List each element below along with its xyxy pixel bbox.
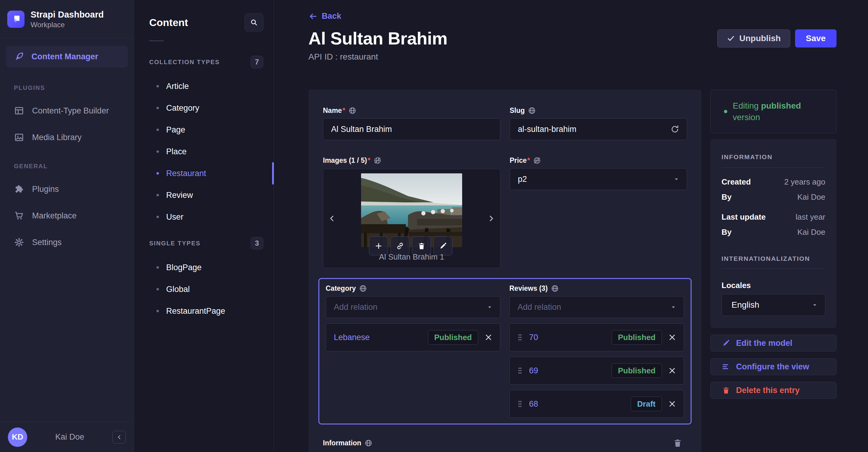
- edit-form-card: Name* Al Sultan Brahim Slug al-sultan-br…: [308, 90, 702, 452]
- single-types-count: 3: [251, 237, 263, 250]
- carousel-next-button[interactable]: [487, 214, 496, 223]
- sidebar-item-marketplace[interactable]: Marketplace: [0, 202, 134, 229]
- carousel-prev-button[interactable]: [328, 214, 337, 223]
- main-content: Back Al Sultan Brahim Unpublish Save API…: [274, 0, 868, 452]
- subnav-item-user[interactable]: User: [134, 206, 274, 228]
- configure-icon: [722, 363, 730, 370]
- strapi-logo: [7, 10, 25, 28]
- main-sidebar: Strapi Dashboard Workplace Content Manag…: [0, 0, 134, 452]
- drag-handle-icon[interactable]: [518, 333, 522, 342]
- delete-component-button[interactable]: [673, 439, 682, 448]
- close-icon: [485, 333, 492, 341]
- review-relation-item[interactable]: 69 Published: [509, 357, 684, 385]
- globe-icon: [348, 106, 356, 115]
- bullet-icon: [156, 107, 159, 109]
- reviews-relation-combobox[interactable]: Add relation: [509, 296, 684, 318]
- remove-relation-button[interactable]: [483, 333, 494, 341]
- globe-icon: [359, 284, 367, 293]
- subnav-item-global[interactable]: Global: [134, 278, 274, 300]
- created-label: Created: [721, 177, 751, 187]
- cart-icon: [14, 211, 24, 221]
- reviews-label: Reviews (3): [509, 284, 548, 293]
- image-caption: Al Sultan Brahim 1: [323, 252, 500, 262]
- gear-icon: [14, 237, 24, 248]
- information-title: INFORMATION: [721, 153, 825, 161]
- price-label: Price: [510, 156, 527, 165]
- content-subnav: Content COLLECTION TYPES 7 Article Categ…: [134, 0, 274, 452]
- regenerate-icon[interactable]: [670, 125, 679, 134]
- delete-entry-button[interactable]: Delete this entry: [710, 382, 837, 399]
- slug-input[interactable]: al-sultan-brahim: [510, 118, 687, 140]
- category-relation-item[interactable]: Lebanese Published: [326, 323, 500, 351]
- review-relation-item[interactable]: 68 Draft: [509, 390, 684, 418]
- collapse-sidebar-button[interactable]: [112, 431, 126, 444]
- unpublish-button[interactable]: Unpublish: [717, 29, 790, 47]
- globe-icon: [364, 439, 373, 447]
- avatar[interactable]: KD: [8, 427, 27, 447]
- category-label: Category: [326, 284, 356, 293]
- drag-handle-icon[interactable]: [518, 400, 522, 408]
- i18n-title: INTERNATIONALIZATION: [721, 255, 825, 262]
- chevron-left-icon: [328, 214, 337, 223]
- subnav-item-place[interactable]: Place: [134, 141, 274, 162]
- close-icon: [668, 367, 676, 375]
- media-icon: [14, 132, 24, 142]
- status-badge: Published: [612, 330, 662, 345]
- subnav-item-page[interactable]: Page: [134, 119, 274, 141]
- sidebar-item-settings[interactable]: Settings: [0, 229, 134, 256]
- chevron-down-icon: [673, 176, 679, 182]
- published-dot-icon: [724, 110, 727, 113]
- category-relation-combobox[interactable]: Add relation: [326, 296, 500, 318]
- subnav-item-blogpage[interactable]: BlogPage: [134, 257, 274, 278]
- configure-view-button[interactable]: Configure the view: [710, 358, 837, 375]
- sidebar-item-content-manager[interactable]: Content Manager: [6, 46, 128, 67]
- created-value: 2 years ago: [784, 177, 825, 187]
- sidebar-item-media-library[interactable]: Media Library: [0, 124, 134, 151]
- pencil-icon: [439, 242, 447, 250]
- search-button[interactable]: [245, 13, 263, 31]
- sidebar-item-plugins[interactable]: Plugins: [0, 176, 134, 202]
- status-badge: Published: [612, 363, 662, 378]
- collection-types-count: 7: [251, 56, 263, 68]
- subnav-title: Content: [149, 17, 188, 28]
- created-by-label: By: [721, 192, 732, 202]
- status-badge: Published: [428, 330, 478, 345]
- review-relation-item[interactable]: 70 Published: [509, 323, 684, 351]
- user-section: KD Kai Doe: [0, 422, 134, 452]
- name-input[interactable]: Al Sultan Brahim: [323, 118, 500, 140]
- subnav-item-restaurantpage[interactable]: RestaurantPage: [134, 300, 274, 322]
- locales-label: Locales: [721, 281, 825, 290]
- drag-handle-icon[interactable]: [518, 366, 522, 375]
- collection-types-label: COLLECTION TYPES: [149, 59, 220, 66]
- images-carousel: Al Sultan Brahim 1: [323, 169, 500, 268]
- nav-section-general: GENERAL: [14, 163, 134, 170]
- last-update-value: last year: [796, 213, 825, 222]
- bullet-icon: [156, 194, 159, 196]
- remove-relation-button[interactable]: [667, 400, 678, 408]
- updated-by-value: Kai Doe: [798, 227, 826, 237]
- subnav-item-review[interactable]: Review: [134, 184, 274, 206]
- remove-relation-button[interactable]: [667, 333, 678, 341]
- workspace-header[interactable]: Strapi Dashboard Workplace: [0, 0, 134, 38]
- information-label: Information: [323, 439, 361, 447]
- bullet-icon: [156, 266, 159, 269]
- remove-relation-button[interactable]: [667, 367, 678, 375]
- search-icon: [250, 19, 258, 26]
- back-link[interactable]: Back: [308, 11, 837, 21]
- trash-icon: [722, 386, 730, 394]
- price-select[interactable]: p2: [510, 168, 687, 190]
- subnav-item-restaurant[interactable]: Restaurant: [134, 162, 274, 184]
- close-icon: [668, 333, 676, 341]
- back-arrow-icon: [308, 12, 317, 21]
- locale-select[interactable]: English: [721, 294, 825, 316]
- updated-by-label: By: [721, 227, 732, 237]
- editing-version-card: Editing published version: [710, 90, 837, 133]
- sidebar-item-content-type-builder[interactable]: Content-Type Builder: [0, 97, 134, 124]
- plus-icon: [374, 242, 383, 250]
- subnav-item-category[interactable]: Category: [134, 97, 274, 119]
- save-button[interactable]: Save: [795, 29, 837, 47]
- grid-icon: [14, 105, 24, 116]
- editing-version-text: Editing published version: [733, 100, 825, 123]
- edit-model-button[interactable]: Edit the model: [710, 334, 837, 352]
- subnav-item-article[interactable]: Article: [134, 75, 274, 97]
